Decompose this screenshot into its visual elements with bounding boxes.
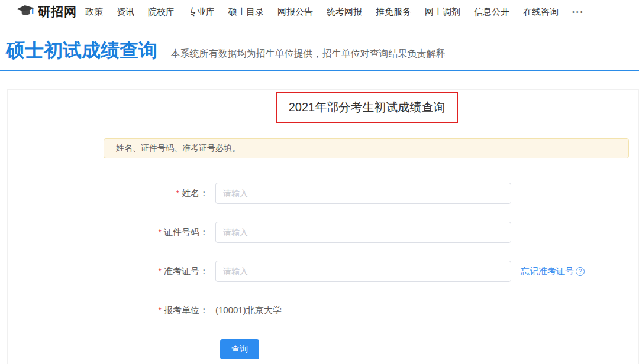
top-navigation: 研招网 政策 资讯 院校库 专业库 硕士目录 网报公告 统考网报 推免服务 网上… — [0, 0, 639, 24]
required-asterisk: * — [176, 188, 179, 198]
submit-row: 查询 — [15, 338, 629, 360]
nav-item-college-library[interactable]: 院校库 — [148, 6, 175, 18]
admission-ticket-input[interactable] — [215, 261, 511, 282]
logo-text: 研招网 — [38, 4, 77, 20]
card-title: 2021年部分考生初试成绩查询 — [289, 100, 446, 113]
help-question-icon[interactable]: ? — [576, 267, 585, 276]
nav-item-masters-catalog[interactable]: 硕士目录 — [228, 6, 264, 18]
id-number-row: *证件号码： — [15, 221, 629, 243]
more-menu-icon[interactable]: ••• — [572, 8, 585, 15]
card-body: 姓名、证件号码、准考证号必填。 *姓名： *证件号码： *准考证号： 忘记准考证… — [8, 125, 638, 360]
nav-item-unified-exam-registration[interactable]: 统考网报 — [327, 6, 362, 18]
card-title-row: 2021年部分考生初试成绩查询 — [8, 90, 638, 125]
admission-ticket-label: *准考证号： — [15, 266, 208, 277]
required-fields-notice: 姓名、证件号码、准考证号必填。 — [104, 138, 629, 158]
nav-item-major-library[interactable]: 专业库 — [188, 6, 215, 18]
id-number-label: *证件号码： — [15, 227, 208, 238]
name-row: *姓名： — [15, 182, 629, 204]
institution-value: (10001)北京大学 — [215, 305, 282, 316]
institution-row: *报考单位： (10001)北京大学 — [15, 299, 629, 321]
required-asterisk: * — [159, 228, 162, 237]
admission-ticket-row: *准考证号： 忘记准考证号? — [15, 260, 629, 282]
required-asterisk: * — [159, 266, 162, 276]
query-card: 2021年部分考生初试成绩查询 姓名、证件号码、准考证号必填。 *姓名： *证件… — [7, 89, 639, 364]
nav-item-online-adjustment[interactable]: 网上调剂 — [425, 6, 460, 18]
institution-label: *报考单位： — [15, 305, 208, 316]
red-annotation-box: 2021年部分考生初试成绩查询 — [276, 92, 459, 123]
page-subtitle: 本系统所有数据均为招生单位提供，招生单位对查询结果负责解释 — [170, 48, 445, 58]
required-asterisk: * — [159, 306, 162, 315]
id-number-input[interactable] — [215, 222, 511, 243]
nav-menu: 政策 资讯 院校库 专业库 硕士目录 网报公告 统考网报 推免服务 网上调剂 信… — [85, 6, 585, 18]
nav-item-online-consult[interactable]: 在线咨询 — [523, 6, 559, 18]
graduation-cap-icon — [17, 4, 34, 20]
page-title: 硕士初试成绩查询 — [6, 39, 157, 61]
nav-item-report-notice[interactable]: 网报公告 — [277, 6, 313, 18]
name-input[interactable] — [215, 183, 511, 204]
nav-item-info-disclosure[interactable]: 信息公开 — [474, 6, 509, 18]
nav-item-policy[interactable]: 政策 — [85, 6, 103, 18]
page-header: 硕士初试成绩查询 本系统所有数据均为招生单位提供，招生单位对查询结果负责解释 — [0, 24, 639, 70]
header-divider — [0, 70, 639, 72]
nav-item-exempt-service[interactable]: 推免服务 — [376, 6, 411, 18]
name-label: *姓名： — [15, 188, 208, 199]
query-submit-button[interactable]: 查询 — [220, 339, 259, 359]
nav-item-news[interactable]: 资讯 — [117, 6, 134, 18]
site-logo[interactable]: 研招网 — [17, 4, 77, 20]
forgot-ticket-link[interactable]: 忘记准考证号? — [521, 266, 585, 277]
